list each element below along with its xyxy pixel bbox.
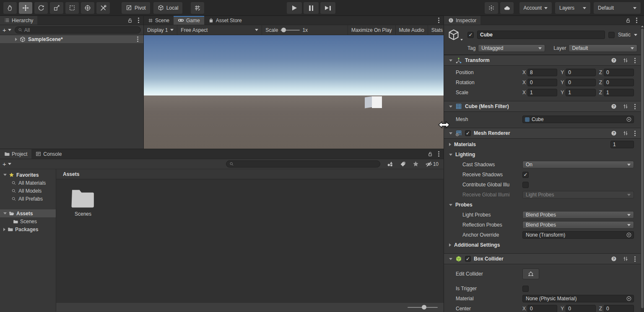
materials-count-field[interactable]: 1 [610,141,634,148]
grid-snapping-button[interactable] [191,2,204,14]
mesh-object-field[interactable]: Cube [522,116,634,123]
foldout-collapsed-icon[interactable] [15,38,17,41]
scale-slider[interactable] [280,30,300,31]
tree-favorites[interactable]: Favorites [0,171,56,179]
tab-inspector[interactable]: Inspector [444,16,480,25]
preset-icon[interactable] [623,130,628,136]
search-by-type-icon[interactable] [387,161,393,167]
lock-icon[interactable] [625,18,631,23]
pause-button[interactable] [304,2,319,14]
foldout-open-icon[interactable] [449,59,452,62]
static-checkbox[interactable] [608,32,615,38]
pivot-toggle-button[interactable]: Pivot [122,2,150,14]
tab-project[interactable]: Project [0,149,31,159]
scene-menu-icon[interactable] [137,39,138,40]
search-by-label-icon[interactable] [400,161,406,167]
rect-tool-button[interactable] [65,2,79,14]
tree-all-prefabs[interactable]: All Prefabs [0,195,56,203]
probes-foldout[interactable]: Probes [444,200,641,210]
preset-icon[interactable] [623,256,628,262]
foldout-open-icon[interactable] [449,132,452,134]
materials-foldout[interactable]: Materials 1 [444,139,641,150]
layer-dropdown[interactable]: Default [569,44,637,52]
rotation-z-field[interactable]: 0 [604,79,634,86]
gameobject-name-field[interactable]: Cube [477,31,605,39]
foldout-open-icon[interactable] [3,212,7,214]
mute-audio-toggle[interactable]: Mute Audio [396,25,428,35]
anchor-override-field[interactable]: None (Transform) [522,231,634,239]
play-button[interactable] [287,2,302,14]
move-tool-button[interactable] [19,2,32,14]
scale-tool-button[interactable] [50,2,63,14]
component-menu-icon[interactable] [634,60,636,61]
lock-icon[interactable] [127,18,133,23]
scale-z-field[interactable]: 1 [604,89,634,96]
unity-search-button[interactable] [485,2,498,14]
mesh-filter-header[interactable]: Cube (Mesh Filter) [444,101,641,112]
panel-menu-icon[interactable] [438,20,439,21]
edit-collider-button[interactable] [522,268,539,279]
center-x-field[interactable]: 0 [527,305,557,312]
help-icon[interactable] [611,256,617,262]
tree-scenes[interactable]: Scenes [0,217,56,225]
contribute-gi-checkbox[interactable] [522,182,529,188]
scroll-up-icon[interactable] [641,26,644,27]
rotation-x-field[interactable]: 0 [527,79,557,86]
local-toggle-button[interactable]: Local [153,2,183,14]
cloud-button[interactable] [500,2,514,14]
mesh-renderer-header[interactable]: Mesh Renderer [444,128,641,139]
object-picker-icon[interactable] [626,116,632,122]
static-caret-icon[interactable] [634,34,637,36]
foldout-open-icon[interactable] [3,174,7,176]
tree-assets[interactable]: Assets [0,209,56,217]
create-asset-button[interactable]: + [3,161,6,167]
position-x-field[interactable]: 8 [527,69,557,76]
foldout-open-icon[interactable] [449,258,452,260]
lock-icon[interactable] [427,151,433,157]
panel-menu-icon[interactable] [636,20,637,21]
additional-settings-foldout[interactable]: Additional Settings [444,240,641,250]
custom-tool-button[interactable] [96,2,110,14]
display-dropdown[interactable]: Display 1 [144,25,177,35]
tree-all-models[interactable]: All Models [0,187,56,195]
favorites-star-icon[interactable] [413,161,419,167]
tree-all-materials[interactable]: All Materials [0,179,56,187]
scale-x-field[interactable]: 1 [527,89,557,96]
layout-dropdown[interactable]: Default [594,2,641,14]
foldout-collapsed-icon[interactable] [3,228,5,231]
rotation-y-field[interactable]: 0 [566,79,595,86]
transform-header[interactable]: Transform [444,55,641,66]
physic-material-field[interactable]: None (Physic Material) [522,295,634,302]
center-z-field[interactable]: 0 [604,305,634,312]
object-picker-icon[interactable] [626,232,632,238]
component-menu-icon[interactable] [634,106,636,107]
gameobject-icon-button[interactable] [447,28,460,41]
tab-asset-store[interactable]: Asset Store [204,16,246,25]
project-search-input[interactable] [226,160,380,168]
reflection-probes-dropdown[interactable]: Blend Probes [522,221,634,229]
account-dropdown[interactable]: Account [519,2,552,14]
transform-tool-button[interactable] [81,2,94,14]
hand-tool-button[interactable] [3,2,17,14]
layers-dropdown[interactable]: Layers [555,2,590,14]
stats-toggle[interactable]: Stats [428,25,444,35]
thumbnail-size-slider[interactable] [408,307,438,308]
help-icon[interactable] [611,57,617,63]
step-button[interactable] [320,2,335,14]
hierarchy-search-input[interactable]: All [15,26,141,34]
game-viewport[interactable] [144,35,444,149]
tab-hierarchy[interactable]: Hierarchy [0,16,37,25]
tab-scene[interactable]: Scene [144,16,174,25]
scrollbar-thumb[interactable] [641,28,644,308]
scene-row[interactable]: SampleScene* [0,35,143,43]
object-picker-icon[interactable] [626,296,632,302]
tab-game[interactable]: Game [174,16,204,25]
aspect-dropdown[interactable]: Free Aspect [177,25,262,35]
panel-menu-icon[interactable] [438,153,439,155]
component-menu-icon[interactable] [634,133,636,134]
inspector-scrollbar[interactable] [641,25,644,312]
receive-shadows-checkbox[interactable] [522,172,529,178]
tag-dropdown[interactable]: Untagged [478,44,545,52]
rotate-tool-button[interactable] [34,2,48,14]
preset-icon[interactable] [623,103,628,109]
